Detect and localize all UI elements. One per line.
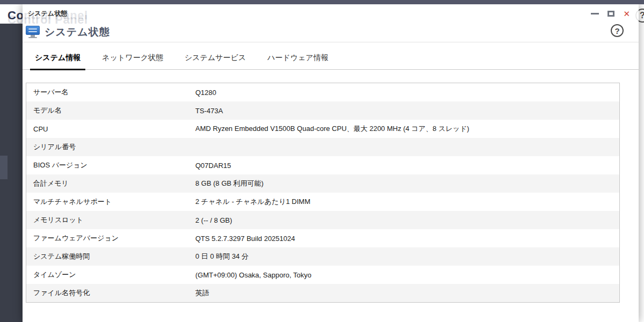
close-icon[interactable]: ✕ <box>623 10 630 18</box>
tab-label: ハードウェア情報 <box>267 53 328 62</box>
row-label: タイムゾーン <box>26 270 195 280</box>
row-label: CPU <box>26 125 195 133</box>
row-label: メモリスロット <box>26 215 195 225</box>
row-label: モデル名 <box>26 106 195 115</box>
desktop-topbar <box>0 0 644 4</box>
window-title: システム状態 <box>23 9 67 18</box>
row-value: Q07DAR15 <box>195 162 619 170</box>
table-row: システム稼働時間 0 日 0 時間 34 分 <box>26 247 619 266</box>
table-row: ファームウェアバージョン QTS 5.2.7.3297 Build 202510… <box>26 229 619 247</box>
table-row: ファイル名符号化 英語 <box>26 284 619 302</box>
background-sidebar <box>0 4 23 322</box>
row-value: Q1280 <box>195 89 619 97</box>
tab-label: システムサービス <box>185 53 246 62</box>
row-value: QTS 5.2.7.3297 Build 20251024 <box>195 235 619 243</box>
row-value: 英語 <box>195 288 619 298</box>
row-label: シリアル番号 <box>26 142 195 152</box>
row-label: ファイル名符号化 <box>26 288 195 298</box>
maximize-icon[interactable] <box>608 11 614 17</box>
row-value: TS-473A <box>195 107 619 115</box>
table-row: BIOS バージョン Q07DAR15 <box>26 156 619 174</box>
monitor-icon <box>26 26 40 39</box>
row-value: 0 日 0 時間 34 分 <box>195 252 619 261</box>
help-button[interactable]: ? <box>611 24 624 37</box>
tab-label: システム情報 <box>35 53 80 62</box>
help-icon: ? <box>614 26 619 35</box>
tab-label: ネットワーク状態 <box>102 53 163 62</box>
table-row: サーバー名 Q1280 <box>26 83 619 101</box>
row-value: 2 チャネル - チャネルあたり1 DIMM <box>195 197 619 207</box>
tab[interactable]: ネットワーク状態 <box>97 53 168 69</box>
row-value: 2 (-- / 8 GB) <box>195 216 619 224</box>
row-label: システム稼働時間 <box>26 252 195 261</box>
page-title: システム状態 <box>45 25 110 39</box>
tab-bar: システム情報 ネットワーク状態 システムサービス ハードウェア情報 <box>23 43 639 70</box>
row-label: BIOS バージョン <box>26 160 195 170</box>
window-controls: ✕ <box>591 10 639 18</box>
table-row: マルチチャネルサポート 2 チャネル - チャネルあたり1 DIMM <box>26 193 619 211</box>
tab[interactable]: システムサービス <box>180 53 251 69</box>
table-row: メモリスロット 2 (-- / 8 GB) <box>26 211 619 229</box>
tab[interactable]: システム情報 <box>30 53 85 69</box>
table-row: シリアル番号 <box>26 138 619 156</box>
tab[interactable]: ハードウェア情報 <box>262 53 333 69</box>
table-row: タイムゾーン (GMT+09:00) Osaka, Sapporo, Tokyo <box>26 266 619 284</box>
table-row: CPU AMD Ryzen Embedded V1500B Quad-core … <box>26 120 619 138</box>
background-help-glyph: ? <box>640 11 644 20</box>
system-info-table: サーバー名 Q1280 モデル名 TS-473A CPU AMD Ryzen E… <box>26 83 620 303</box>
row-value: 8 GB (8 GB 利用可能) <box>195 179 619 188</box>
row-label: 合計メモリ <box>26 179 195 188</box>
system-status-window: Control Panel システム状態 ✕ システム状態 ? システム情報 <box>23 4 639 322</box>
page-header: システム状態 ? <box>23 23 639 42</box>
minimize-icon[interactable] <box>591 13 599 14</box>
row-label: ファームウェアバージョン <box>26 233 195 243</box>
row-label: サーバー名 <box>26 87 195 97</box>
window-titlebar: Control Panel システム状態 ✕ <box>23 4 639 23</box>
table-row: 合計メモリ 8 GB (8 GB 利用可能) <box>26 174 619 193</box>
table-row: モデル名 TS-473A <box>26 101 619 120</box>
background-sidebar-active-item <box>0 156 8 179</box>
row-value: (GMT+09:00) Osaka, Sapporo, Tokyo <box>195 271 619 279</box>
row-label: マルチチャネルサポート <box>26 197 195 207</box>
window-body: システム状態 ? システム情報 ネットワーク状態 システムサービス <box>23 23 639 322</box>
row-value: AMD Ryzen Embedded V1500B Quad-core CPU、… <box>195 124 619 134</box>
